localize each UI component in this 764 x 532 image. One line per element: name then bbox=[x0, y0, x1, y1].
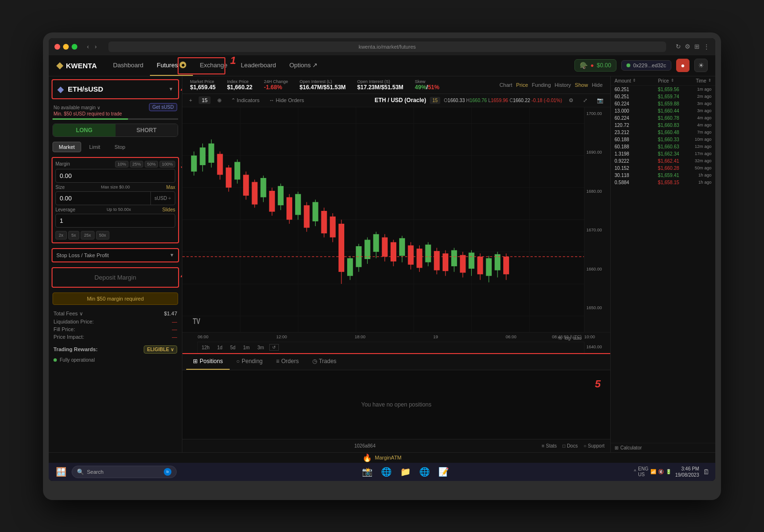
slides-link[interactable]: Slides bbox=[162, 207, 175, 212]
wifi-icon[interactable]: 📶 bbox=[650, 469, 656, 474]
table-row[interactable]: 13.000 $1,660.44 3m ago bbox=[611, 107, 715, 115]
settings-button[interactable]: ⚙ bbox=[685, 43, 690, 50]
tf-12h-button[interactable]: 12h bbox=[199, 344, 212, 351]
replay-button[interactable]: ↺ bbox=[269, 344, 279, 351]
nav-futures[interactable]: Futures ◆ bbox=[150, 55, 193, 76]
orders-tab[interactable]: ≡ Orders bbox=[269, 354, 306, 370]
stop-order-tab[interactable]: Stop bbox=[108, 142, 132, 152]
nav-dashboard[interactable]: Dashboard bbox=[106, 55, 150, 76]
support-link[interactable]: ○ Support bbox=[584, 443, 605, 449]
table-row[interactable]: 60.251 $1,659.74 2m ago bbox=[611, 93, 715, 100]
add-indicator-button[interactable]: + bbox=[186, 96, 195, 104]
get-susd-button[interactable]: Get sUSD bbox=[149, 103, 177, 111]
long-tab[interactable]: LONG bbox=[53, 124, 116, 136]
taskbar-app-sticky[interactable]: 📝 bbox=[436, 464, 451, 480]
lev-50x-button[interactable]: 50x bbox=[96, 231, 110, 240]
indicators-button[interactable]: ⌃ Indicators bbox=[228, 96, 263, 105]
wallet-button[interactable]: 0x229...ed32c bbox=[621, 60, 671, 71]
table-row[interactable]: 0.5884 $1,658.15 1h ago bbox=[611, 179, 715, 186]
table-row[interactable]: 23.212 $1,660.48 7m ago bbox=[611, 129, 715, 136]
auto-toggle[interactable]: auto bbox=[573, 336, 582, 341]
taskbar-app-folder[interactable]: 📁 bbox=[398, 464, 413, 480]
table-row[interactable]: 60.188 $1,660.33 10m ago bbox=[611, 136, 715, 143]
pct-100-button[interactable]: 100% bbox=[159, 161, 175, 167]
nav-options[interactable]: Options ↗ bbox=[283, 55, 324, 76]
show-button[interactable]: Show bbox=[575, 82, 588, 88]
pair-selector[interactable]: ◆ ETH/sUSD ▼ bbox=[53, 80, 178, 98]
leverage-input[interactable] bbox=[55, 214, 175, 228]
amount-label: Amount ⇕ bbox=[615, 78, 636, 83]
trades-tab[interactable]: ◷ Trades bbox=[306, 354, 343, 370]
deposit-margin-button[interactable]: Deposit Margin bbox=[53, 268, 178, 287]
eligible-badge[interactable]: ELIGIBLE ∨ bbox=[144, 345, 177, 354]
system-clock[interactable]: 3:46 PM 19/08/2023 bbox=[675, 466, 699, 478]
funding-tab[interactable]: Funding bbox=[532, 82, 551, 88]
refresh-button[interactable]: ↻ bbox=[676, 43, 681, 50]
fullscreen-button[interactable]: ⤢ bbox=[580, 96, 590, 105]
positions-tab[interactable]: ⊞ Positions bbox=[186, 354, 230, 370]
market-order-tab[interactable]: Market bbox=[53, 142, 81, 152]
limit-order-tab[interactable]: Limit bbox=[83, 142, 106, 152]
table-row[interactable]: 120.72 $1,660.83 4m ago bbox=[611, 122, 715, 129]
lev-2x-button[interactable]: 2x bbox=[55, 231, 67, 240]
tf-3m-button[interactable]: 3m bbox=[255, 344, 266, 351]
index-price-value: $1,660.22 bbox=[227, 84, 252, 91]
table-row[interactable]: 60.251 $1,659.56 1m ago bbox=[611, 86, 715, 93]
back-button[interactable]: ‹ bbox=[85, 42, 91, 51]
balance-button[interactable]: 🪖 ● $0.00 bbox=[574, 59, 616, 72]
table-row[interactable]: 1.3198 $1,662.34 17m ago bbox=[611, 150, 715, 157]
table-row[interactable]: 30.118 $1,659.41 1h ago bbox=[611, 172, 715, 179]
taskbar-search-bar[interactable]: 🔍 Search b bbox=[72, 466, 177, 478]
max-link[interactable]: Max bbox=[166, 185, 175, 190]
pct-10-button[interactable]: 10% bbox=[115, 161, 128, 167]
taskbar-app-edge[interactable]: 🌐 bbox=[417, 464, 432, 480]
table-row[interactable]: 60.224 $1,659.88 3m ago bbox=[611, 100, 715, 107]
sl-tp-row[interactable]: Stop Loss / Take Profit ▼ bbox=[52, 248, 179, 262]
nav-leaderboard[interactable]: Leaderboard bbox=[234, 55, 283, 76]
log-toggle[interactable]: log bbox=[564, 336, 570, 341]
size-input[interactable] bbox=[56, 192, 150, 205]
chevron-tray-icon[interactable]: ^ bbox=[634, 469, 637, 474]
tf-1d-button[interactable]: 1d bbox=[215, 344, 225, 351]
lev-5x-button[interactable]: 5x bbox=[68, 231, 80, 240]
price-tab[interactable]: Price bbox=[516, 82, 528, 88]
nav-exchange[interactable]: Exchange bbox=[193, 55, 234, 76]
close-button[interactable] bbox=[54, 44, 60, 50]
disconnect-button[interactable]: ● bbox=[676, 59, 690, 72]
screenshot-button[interactable]: 📷 bbox=[594, 96, 606, 105]
pct-50-button[interactable]: 50% bbox=[145, 161, 158, 167]
url-bar[interactable]: kwenta.io/market/futures bbox=[108, 42, 666, 52]
extensions-button[interactable]: ⊞ bbox=[694, 43, 700, 50]
margin-input[interactable] bbox=[55, 169, 175, 183]
taskbar-app-camera[interactable]: 📸 bbox=[360, 464, 375, 480]
hide-orders-button[interactable]: ↔ Hide Orders bbox=[266, 96, 307, 104]
taskbar-app-chrome[interactable]: 🌐 bbox=[379, 464, 394, 480]
short-tab[interactable]: SHORT bbox=[116, 124, 178, 136]
speaker-icon[interactable]: 🔇 bbox=[658, 469, 664, 474]
pct-25-button[interactable]: 25% bbox=[130, 161, 143, 167]
maximize-button[interactable] bbox=[72, 44, 77, 50]
tf-5d-button[interactable]: 5d bbox=[228, 344, 238, 351]
stats-link[interactable]: ≡ Stats bbox=[541, 443, 557, 449]
docs-link[interactable]: □ Docs bbox=[562, 443, 578, 449]
pct-toggle[interactable]: % bbox=[558, 336, 562, 341]
pending-tab[interactable]: ○ Pending bbox=[230, 354, 269, 370]
menu-button[interactable]: ⋮ bbox=[703, 43, 710, 50]
comparison-button[interactable]: ⊕ bbox=[214, 96, 224, 105]
tf-1m-button[interactable]: 1m bbox=[241, 344, 252, 351]
svg-rect-79 bbox=[468, 252, 474, 269]
theme-toggle-button[interactable]: ☀ bbox=[694, 59, 708, 72]
table-row[interactable]: 60.224 $1,660.78 4m ago bbox=[611, 115, 715, 122]
table-row[interactable]: 0.9222 $1,662.41 32m ago bbox=[611, 157, 715, 165]
table-row[interactable]: 60.188 $1,660.63 12m ago bbox=[611, 143, 715, 150]
settings-icon-button[interactable]: ⚙ bbox=[566, 96, 576, 105]
chart-timeframe[interactable]: 15 bbox=[199, 96, 210, 104]
windows-start-button[interactable]: 🪟 bbox=[54, 465, 68, 479]
table-row[interactable]: 10.152 $1,660.28 50m ago bbox=[611, 165, 715, 172]
calculator-button[interactable]: ⊞ Calculator bbox=[611, 443, 715, 452]
minimize-button[interactable] bbox=[63, 44, 69, 50]
notification-button[interactable]: 🗓 bbox=[703, 468, 710, 476]
hide-button[interactable]: Hide bbox=[592, 82, 603, 88]
lev-25x-button[interactable]: 25x bbox=[81, 231, 95, 240]
forward-button[interactable]: › bbox=[93, 42, 98, 51]
